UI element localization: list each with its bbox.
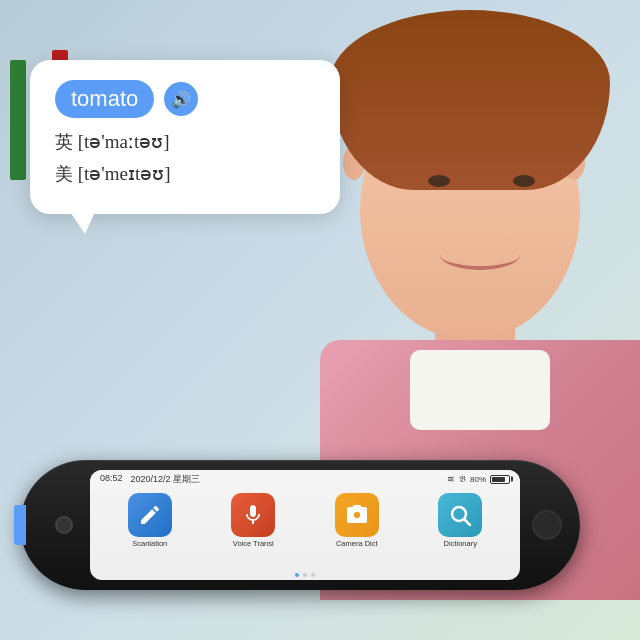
device-container: 08:52 2020/12/2 星期三 ≋ 𝔅 80% [20, 460, 600, 590]
device-button-left[interactable] [14, 505, 26, 545]
device-screen: 08:52 2020/12/2 星期三 ≋ 𝔅 80% [90, 470, 520, 580]
page-dots [90, 573, 520, 580]
speech-bubble: tomato 🔊 英 [tə'maːtəʊ] 美 [tə'meɪtəʊ] [30, 60, 340, 214]
dot-1 [295, 573, 299, 577]
device-lens [55, 516, 73, 534]
smile [440, 240, 520, 270]
phonetic-american: 美 [tə'meɪtəʊ] [55, 162, 315, 186]
battery-bar [490, 475, 510, 484]
app-voice-transl[interactable]: Voice Transl [213, 493, 293, 548]
status-left: 08:52 2020/12/2 星期三 [100, 473, 200, 486]
app-grid: Scanlation Voice Transl [90, 488, 520, 573]
scanlation-icon[interactable] [128, 493, 172, 537]
svg-line-1 [465, 520, 471, 526]
wifi-icon: ≋ [447, 474, 455, 484]
bluetooth-icon: 𝔅 [459, 474, 466, 485]
phonetic-english: 英 [tə'maːtəʊ] [55, 130, 315, 154]
collar [410, 350, 550, 430]
date: 2020/12/2 星期三 [131, 473, 201, 486]
hair [330, 10, 610, 190]
voice-icon[interactable] [231, 493, 275, 537]
status-bar: 08:52 2020/12/2 星期三 ≋ 𝔅 80% [90, 470, 520, 488]
book-1 [10, 60, 26, 180]
dot-2 [303, 573, 307, 577]
speaker-icon[interactable]: 🔊 [164, 82, 198, 116]
word-row: tomato 🔊 [55, 80, 315, 118]
camera-dict-label: Camera Dict [336, 539, 378, 548]
device-right-end [532, 510, 562, 540]
battery-fill [492, 477, 505, 482]
word-text: tomato [55, 80, 154, 118]
app-scanlation[interactable]: Scanlation [110, 493, 190, 548]
voice-transl-label: Voice Transl [233, 539, 274, 548]
camera-icon[interactable] [335, 493, 379, 537]
dot-3 [311, 573, 315, 577]
dictionary-icon[interactable] [438, 493, 482, 537]
battery-percent: 80% [470, 475, 486, 484]
eye-left [428, 175, 450, 187]
scanning-device: 08:52 2020/12/2 星期三 ≋ 𝔅 80% [20, 460, 580, 590]
clock: 08:52 [100, 473, 123, 486]
eye-right [513, 175, 535, 187]
dictionary-label: Dictionary [444, 539, 477, 548]
app-camera-dict[interactable]: Camera Dict [317, 493, 397, 548]
status-right: ≋ 𝔅 80% [447, 474, 510, 485]
screen-content: 08:52 2020/12/2 星期三 ≋ 𝔅 80% [90, 470, 520, 580]
scanlation-label: Scanlation [132, 539, 167, 548]
app-dictionary[interactable]: Dictionary [420, 493, 500, 548]
